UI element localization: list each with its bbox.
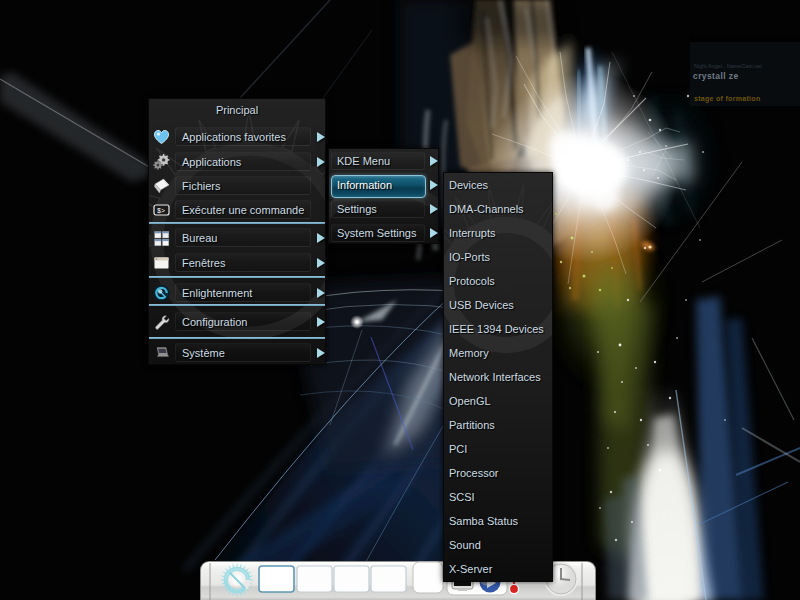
svg-text:stage of formation: stage of formation (694, 95, 760, 103)
svg-text:Night Angel., NameCast.net: Night Angel., NameCast.net (694, 63, 762, 69)
svg-text:crystall ze: crystall ze (693, 71, 739, 81)
svg-text:$>: $> (157, 207, 165, 214)
